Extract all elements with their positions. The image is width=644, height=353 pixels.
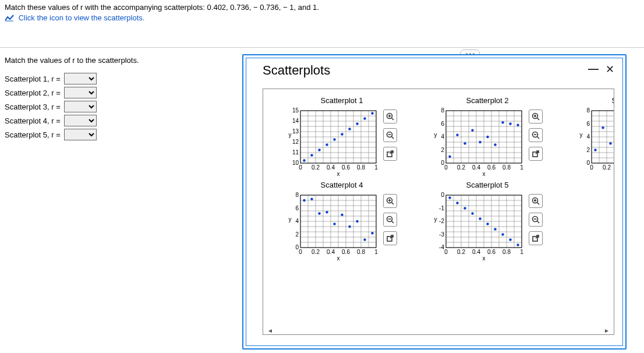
svg-point-209 bbox=[356, 220, 358, 223]
svg-text:x: x bbox=[483, 255, 486, 262]
chart-link-icon[interactable] bbox=[5, 15, 14, 22]
minimize-button[interactable]: — bbox=[588, 63, 597, 76]
svg-text:14: 14 bbox=[292, 118, 299, 124]
svg-text:0.6: 0.6 bbox=[342, 164, 350, 171]
zoom-in-icon[interactable] bbox=[383, 194, 397, 208]
svg-line-103 bbox=[537, 118, 540, 121]
plot-title-4: Scatterplot 4 bbox=[321, 181, 363, 189]
scroll-left-arrow[interactable]: ◄ bbox=[267, 327, 273, 334]
scatterplot-5: 00.20.40.60.81-4-3-2-10xy bbox=[432, 192, 525, 262]
svg-point-206 bbox=[333, 223, 335, 225]
svg-text:8: 8 bbox=[295, 192, 299, 198]
svg-point-44 bbox=[356, 122, 358, 125]
svg-text:0: 0 bbox=[441, 192, 444, 198]
svg-point-258 bbox=[456, 202, 458, 204]
zoom-out-icon[interactable] bbox=[529, 128, 543, 142]
svg-text:0.4: 0.4 bbox=[327, 164, 335, 171]
svg-text:0.8: 0.8 bbox=[503, 164, 511, 171]
zoom-in-icon[interactable] bbox=[383, 110, 397, 123]
plot-title-5: Scatterplot 5 bbox=[466, 181, 509, 189]
svg-point-95 bbox=[471, 129, 473, 132]
svg-text:8: 8 bbox=[586, 107, 590, 114]
zoom-out-icon[interactable] bbox=[383, 213, 397, 227]
svg-point-208 bbox=[348, 225, 351, 228]
row-label-5: Scatterplot 5, r = bbox=[5, 130, 61, 139]
svg-text:y: y bbox=[289, 216, 292, 223]
select-r-5[interactable]: 0.4020.736−0.736−11 bbox=[64, 129, 97, 140]
svg-text:0: 0 bbox=[441, 160, 444, 166]
svg-line-217 bbox=[392, 221, 394, 224]
svg-text:4: 4 bbox=[441, 133, 444, 140]
svg-text:11: 11 bbox=[292, 149, 299, 156]
svg-point-93 bbox=[456, 133, 458, 136]
svg-text:y: y bbox=[434, 132, 437, 138]
svg-point-38 bbox=[310, 154, 313, 156]
view-scatterplots-link[interactable]: Click the icon to view the scatterplots. bbox=[19, 13, 145, 22]
svg-point-263 bbox=[494, 228, 496, 230]
svg-text:0: 0 bbox=[295, 244, 299, 250]
svg-text:15: 15 bbox=[292, 107, 299, 114]
svg-point-99 bbox=[501, 121, 504, 123]
svg-text:-2: -2 bbox=[439, 218, 444, 224]
svg-text:0: 0 bbox=[299, 164, 302, 171]
svg-point-257 bbox=[448, 196, 451, 199]
zoom-in-icon[interactable] bbox=[529, 110, 543, 123]
close-button[interactable]: ✕ bbox=[606, 63, 614, 76]
svg-text:0.8: 0.8 bbox=[357, 164, 365, 171]
row-label-2: Scatterplot 2, r = bbox=[5, 89, 61, 97]
plot-title-1: Scatterplot 1 bbox=[321, 96, 363, 105]
zoom-out-icon[interactable] bbox=[529, 213, 543, 227]
svg-point-265 bbox=[509, 238, 511, 241]
svg-point-204 bbox=[318, 212, 320, 214]
svg-point-45 bbox=[363, 117, 366, 119]
svg-text:8: 8 bbox=[441, 107, 444, 114]
svg-text:0: 0 bbox=[299, 249, 302, 255]
svg-text:x: x bbox=[483, 171, 486, 177]
svg-point-98 bbox=[494, 143, 496, 146]
svg-point-92 bbox=[448, 156, 451, 158]
svg-text:0.4: 0.4 bbox=[472, 164, 480, 171]
popout-icon[interactable] bbox=[383, 231, 397, 245]
svg-text:2: 2 bbox=[441, 147, 444, 153]
svg-text:2: 2 bbox=[586, 147, 590, 153]
svg-text:0.2: 0.2 bbox=[457, 164, 465, 171]
svg-point-148 bbox=[601, 126, 604, 129]
plot-title-3: Scatterplot 3 bbox=[612, 96, 615, 105]
scroll-right-arrow[interactable]: ► bbox=[604, 327, 610, 334]
select-r-4[interactable]: 0.4020.736−0.736−11 bbox=[64, 115, 97, 126]
svg-text:0: 0 bbox=[590, 164, 593, 171]
popout-icon[interactable] bbox=[529, 147, 543, 161]
svg-line-213 bbox=[392, 203, 394, 205]
svg-point-259 bbox=[463, 207, 466, 209]
plots-scroll-area[interactable]: Scatterplot 100.20.40.60.81101112131415x… bbox=[263, 89, 614, 335]
svg-text:10: 10 bbox=[292, 160, 299, 166]
svg-line-272 bbox=[537, 221, 540, 224]
popout-icon[interactable] bbox=[383, 147, 397, 161]
svg-text:6: 6 bbox=[295, 205, 299, 211]
svg-text:1: 1 bbox=[520, 164, 523, 171]
svg-text:13: 13 bbox=[292, 128, 299, 135]
panel-title: Scatterplots bbox=[263, 63, 330, 78]
scatterplot-4: 00.20.40.60.8102468xy bbox=[286, 192, 380, 262]
svg-text:y: y bbox=[434, 216, 437, 223]
zoom-in-icon[interactable] bbox=[529, 194, 543, 208]
svg-text:1: 1 bbox=[374, 249, 378, 255]
svg-text:-4: -4 bbox=[439, 244, 444, 250]
svg-point-203 bbox=[310, 198, 313, 200]
svg-point-43 bbox=[348, 128, 351, 130]
svg-point-207 bbox=[341, 214, 343, 216]
select-r-2[interactable]: 0.4020.736−0.736−11 bbox=[64, 87, 97, 98]
svg-text:0.2: 0.2 bbox=[603, 164, 611, 171]
instruction-line-1: Match these values of r with the accompa… bbox=[5, 2, 639, 13]
svg-point-37 bbox=[303, 159, 305, 161]
svg-text:x: x bbox=[337, 171, 340, 177]
select-r-3[interactable]: 0.4020.736−0.736−11 bbox=[64, 101, 97, 112]
scatterplot-1: 00.20.40.60.81101112131415xy bbox=[286, 107, 380, 177]
svg-point-94 bbox=[463, 142, 466, 144]
svg-point-262 bbox=[486, 223, 489, 225]
popout-icon[interactable] bbox=[529, 231, 543, 245]
zoom-out-icon[interactable] bbox=[383, 128, 397, 142]
select-r-1[interactable]: 0.4020.736−0.736−11 bbox=[64, 73, 97, 84]
svg-point-266 bbox=[516, 243, 519, 246]
svg-text:4: 4 bbox=[586, 133, 590, 140]
